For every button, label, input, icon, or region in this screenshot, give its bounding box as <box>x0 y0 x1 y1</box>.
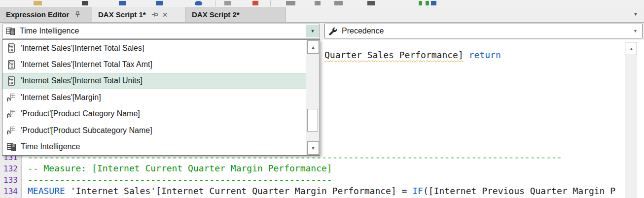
keyword-return: return <box>469 50 501 60</box>
combobox-drop-button[interactable]: ▼ <box>306 25 319 37</box>
code-line-134: MEASURE 'Internet Sales'[Internet Curren… <box>28 185 615 197</box>
line-number: 133 <box>0 174 18 186</box>
tab-list-chevron-down-icon[interactable]: ▼ <box>633 11 638 17</box>
code-line-overlay: Quarter Sales Performance]return <box>324 49 501 61</box>
tab-expression-editor[interactable]: Expression Editor <box>0 7 92 22</box>
pin-vertical-icon[interactable] <box>74 11 81 18</box>
list-item-label: 'Internet Sales'[Internet Total Sales] <box>21 44 144 53</box>
keyword-if: IF <box>412 186 423 196</box>
dax-editor-window: Expression Editor DAX Script 1* ✕ DAX Sc… <box>0 0 644 198</box>
toolbar-icon-fragment[interactable] <box>315 1 321 5</box>
property-selector-combobox[interactable]: Precedence ▼ <box>324 24 643 38</box>
toolbar-icon-fragment[interactable] <box>334 1 343 5</box>
list-item-selected[interactable]: 'Internet Sales'[Internet Total Units] <box>2 73 320 89</box>
list-item-label: 'Internet Sales'[Internet Total Tax Amt] <box>21 60 152 69</box>
triangle-up-icon: ▲ <box>311 45 316 50</box>
tab-label: Expression Editor <box>6 10 69 19</box>
toolbar-strip <box>0 0 644 7</box>
scroll-up-button[interactable]: ▲ <box>307 40 319 54</box>
tab-dax-script-1[interactable]: DAX Script 1* ✕ <box>92 7 186 22</box>
property-combobox-value: Precedence <box>342 27 384 35</box>
toolbar-icon-fragment[interactable] <box>252 1 258 5</box>
tab-label: DAX Script 2* <box>192 10 240 19</box>
column-fx-icon: fx <box>6 109 16 118</box>
scroll-up-button[interactable]: ▲ <box>626 42 637 55</box>
toolbar-icon-fragment[interactable] <box>367 1 375 5</box>
list-item[interactable]: fx 'Product'[Product Category Name] <box>2 106 320 122</box>
code-error-text: Quarter Sales Performance] <box>324 50 464 60</box>
list-item[interactable]: Time Intelligence <box>2 138 320 155</box>
toolbar-icon-fragment[interactable] <box>82 1 88 5</box>
measure-calculator-icon <box>6 76 16 86</box>
object-dropdown-list: 'Internet Sales'[Internet Total Sales] '… <box>2 39 320 156</box>
wrench-icon <box>328 27 337 35</box>
svg-text:fx: fx <box>7 112 12 118</box>
code-text: 'Internet Sales'[Internet Current Quarte… <box>65 186 412 196</box>
list-item[interactable]: 'Internet Sales'[Internet Total Sales] <box>2 40 320 56</box>
list-item-label: 'Internet Sales'[Margin] <box>21 93 101 102</box>
list-item-label: 'Product'[Product Category Name] <box>21 109 140 118</box>
toolbar-separator <box>302 0 302 6</box>
line-number: 132 <box>0 163 18 174</box>
measure-calculator-icon <box>6 60 16 69</box>
dropdown-scrollbar[interactable]: ▲ ▼ <box>306 40 320 155</box>
column-fx-icon: fx <box>6 93 16 102</box>
table-calculator-icon <box>6 142 16 151</box>
code-line-133: ----------------------------------------… <box>28 174 332 185</box>
toolbar-icon-fragment[interactable] <box>419 1 422 5</box>
list-item[interactable]: fx 'Internet Sales'[Margin] <box>2 89 320 105</box>
editor-vertical-scrollbar[interactable]: ▲ <box>625 42 637 198</box>
list-item[interactable]: fx 'Product'[Product Subcategory Name] <box>2 122 320 138</box>
list-item[interactable]: 'Internet Sales'[Internet Total Tax Amt] <box>2 56 320 72</box>
toolbar-separator <box>270 0 271 6</box>
chevron-down-icon[interactable]: ▼ <box>633 29 638 33</box>
toolbar-icon-fragment[interactable] <box>156 1 163 5</box>
toolbar-icon-fragment[interactable] <box>34 1 42 5</box>
toolbar-icon-fragment[interactable] <box>195 1 202 5</box>
tab-dax-script-2[interactable]: DAX Script 2* <box>186 7 286 22</box>
column-fx-icon: fx <box>6 126 16 135</box>
list-item-label: 'Internet Sales'[Internet Total Units] <box>21 76 143 85</box>
svg-text:fx: fx <box>7 129 12 134</box>
chevron-down-icon: ▼ <box>311 29 315 33</box>
svg-text:fx: fx <box>7 96 12 101</box>
toolbar-icon-fragment[interactable] <box>426 1 429 5</box>
toolbar-icon-fragment[interactable] <box>431 1 436 5</box>
scroll-down-button[interactable]: ▼ <box>307 141 319 155</box>
toolbar-icon-fragment[interactable] <box>119 1 126 5</box>
close-icon[interactable]: ✕ <box>162 11 168 18</box>
toolbar-icon-fragment[interactable] <box>224 1 231 5</box>
triangle-down-icon: ▼ <box>311 146 316 151</box>
measure-calculator-icon <box>6 43 16 53</box>
object-selector-combobox[interactable]: Time Intelligence ▼ <box>2 24 320 38</box>
triangle-up-icon: ▲ <box>629 46 634 51</box>
toolbar-separator <box>215 0 216 6</box>
code-text: ([Internet Previous Quarter Margin P <box>423 186 615 196</box>
document-tab-bar: Expression Editor DAX Script 1* ✕ DAX Sc… <box>0 7 644 23</box>
pin-horizontal-icon[interactable] <box>151 11 158 18</box>
keyword-measure: MEASURE <box>28 186 65 196</box>
list-item-label: 'Product'[Product Subcategory Name] <box>21 126 152 135</box>
scrollbar-thumb[interactable] <box>307 109 318 132</box>
line-number: 134 <box>0 186 18 197</box>
table-calculator-icon <box>6 27 15 35</box>
tab-label: DAX Script 1* <box>98 10 146 19</box>
object-combobox-value: Time Intelligence <box>20 27 79 35</box>
list-item-label: Time Intelligence <box>21 142 80 151</box>
code-line-132: -- Measure: [Internet Current Quarter Ma… <box>28 163 332 174</box>
toolbar-icon-fragment[interactable] <box>286 1 295 5</box>
